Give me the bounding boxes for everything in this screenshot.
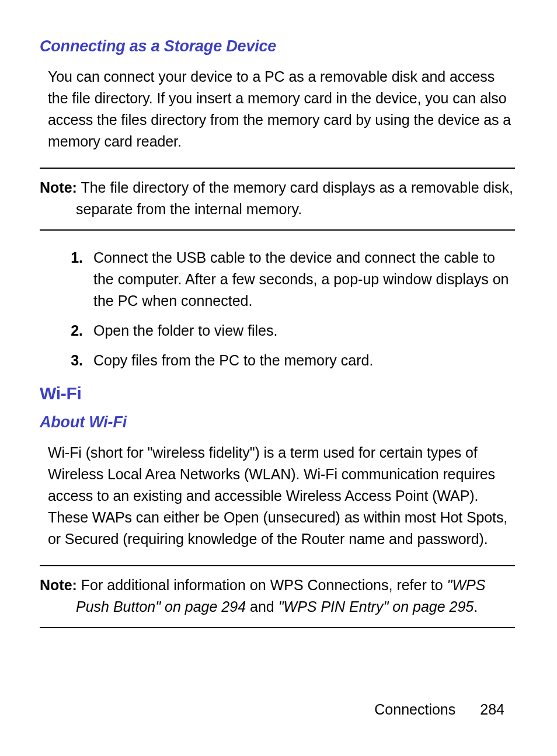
page-footer: Connections 284 (374, 699, 504, 720)
note-ref-wps-pin: "WPS PIN Entry" on page 295 (278, 598, 474, 615)
step-number: 2. (58, 320, 83, 342)
note-block-storage: Note: The file directory of the memory c… (40, 168, 515, 231)
note-body-c: . (474, 598, 478, 615)
footer-section-name: Connections (374, 699, 455, 720)
step-item: 3. Copy files from the PC to the memory … (58, 350, 515, 371)
step-text: Connect the USB cable to the device and … (93, 249, 509, 309)
note-body-b: and (246, 598, 278, 615)
paragraph-wifi-intro: Wi-Fi (short for "wireless fidelity") is… (48, 442, 515, 550)
note-block-wifi: Note: For additional information on WPS … (40, 565, 515, 628)
heading-connecting-storage: Connecting as a Storage Device (40, 35, 515, 58)
heading-about-wifi: About Wi-Fi (40, 411, 515, 434)
note-text-storage: Note: The file directory of the memory c… (40, 177, 515, 220)
footer-page-number: 284 (480, 699, 504, 720)
note-body-a: For additional information on WPS Connec… (77, 577, 447, 593)
paragraph-storage-intro: You can connect your device to a PC as a… (48, 66, 515, 152)
note-label: Note: (40, 179, 77, 196)
step-text: Copy files from the PC to the memory car… (93, 352, 373, 368)
note-body: The file directory of the memory card di… (76, 179, 513, 217)
steps-list: 1. Connect the USB cable to the device a… (58, 247, 515, 371)
note-label: Note: (40, 577, 77, 593)
step-number: 3. (58, 350, 83, 371)
step-item: 2. Open the folder to view files. (58, 320, 515, 342)
heading-wifi: Wi-Fi (40, 381, 515, 406)
note-text-wifi: Note: For additional information on WPS … (40, 574, 515, 618)
step-text: Open the folder to view files. (93, 322, 277, 339)
step-number: 1. (58, 247, 83, 269)
step-item: 1. Connect the USB cable to the device a… (58, 247, 515, 312)
